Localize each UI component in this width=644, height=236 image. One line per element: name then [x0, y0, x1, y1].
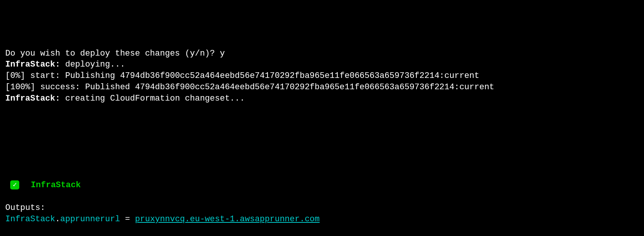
publish-start-line: [0%] start: Publishing 4794db36f900cc52a…: [5, 70, 639, 82]
publish-done-percent: [100%]: [5, 82, 35, 92]
spacer: [5, 104, 639, 180]
outputs-header: Outputs:: [5, 203, 45, 213]
success-stack-name: InfraStack: [31, 180, 81, 190]
publish-start-label: start: Publishing: [25, 71, 120, 81]
publish-done-label: success: Published: [35, 82, 135, 92]
success-line: ✓ InfraStack: [5, 180, 639, 191]
outputs-header-line: Outputs:: [5, 202, 639, 214]
check-icon: ✓: [10, 180, 19, 189]
deploy-prompt-question: Do you wish to deploy these changes (y/n…: [5, 49, 220, 58]
output-url-link[interactable]: pruxynnvcq.eu-west-1.awsapprunner.com: [135, 214, 319, 224]
output-key-attr: apprunnerurl: [60, 214, 120, 224]
stack-name: InfraStack:: [5, 60, 60, 69]
output-equals: =: [120, 214, 135, 224]
publish-start-percent: [0%]: [5, 71, 25, 81]
deploy-prompt-line: Do you wish to deploy these changes (y/n…: [5, 48, 639, 59]
output-key-dot: .: [55, 214, 60, 224]
spacer-small: [5, 191, 639, 202]
changeset-stack-name: InfraStack:: [5, 94, 60, 103]
output-key-stack: InfraStack: [5, 214, 55, 224]
changeset-line: InfraStack: creating CloudFormation chan…: [5, 93, 639, 104]
changeset-action: creating CloudFormation changeset...: [60, 94, 245, 103]
spacer-small-2: [5, 225, 639, 236]
deploying-line: InfraStack: deploying...: [5, 59, 639, 70]
outputs-entry-line: InfraStack.apprunnerurl = pruxynnvcq.eu-…: [5, 214, 639, 225]
deploy-prompt-answer: y: [220, 49, 225, 58]
publish-done-hash: 4794db36f900cc52a464eebd56e74170292fba96…: [135, 82, 494, 92]
deploying-action: deploying...: [60, 60, 125, 69]
publish-start-hash: 4794db36f900cc52a464eebd56e74170292fba96…: [120, 71, 480, 81]
publish-done-line: [100%] success: Published 4794db36f900cc…: [5, 82, 639, 93]
